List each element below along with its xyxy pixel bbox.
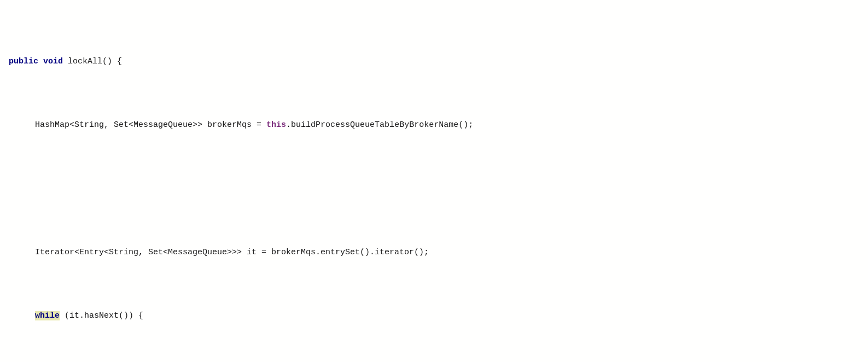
keyword-void: void [43,57,63,66]
keyword-public: public [9,57,38,66]
keyword-while: while [35,311,60,320]
code-editor: public void lockAll() { HashMap<String, … [0,0,868,362]
code-line-3 [0,183,868,195]
code-line-4: Iterator<Entry<String, Set<MessageQueue>… [0,246,868,259]
code-line-2: HashMap<String, Set<MessageQueue>> broke… [0,119,868,131]
code-line-1: public void lockAll() { [0,55,868,68]
code-line-5: while (it.hasNext()) { [0,310,868,322]
keyword-this-1: this [266,120,286,130]
